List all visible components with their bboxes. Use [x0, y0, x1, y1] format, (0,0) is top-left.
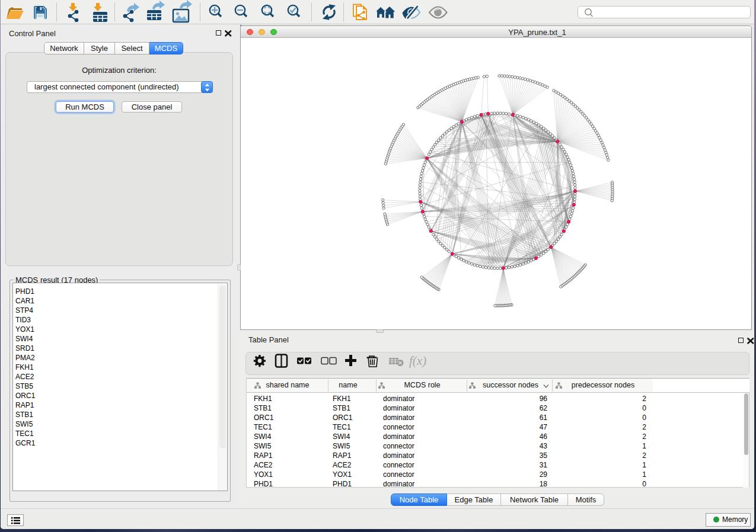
svg-text:f(x): f(x) [409, 354, 426, 368]
